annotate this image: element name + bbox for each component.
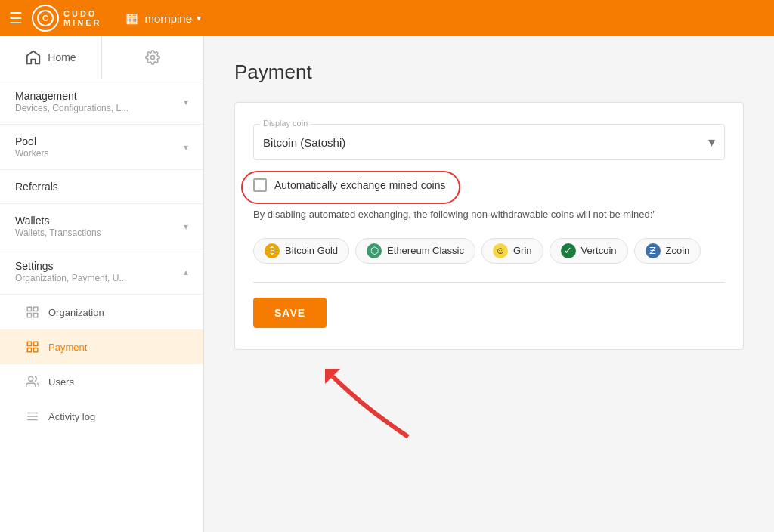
vtc-label: Vertcoin (581, 245, 617, 256)
svg-rect-5 (27, 314, 31, 317)
sidebar-item-organization[interactable]: Organization (0, 295, 203, 329)
btg-icon: ₿ (265, 243, 280, 258)
farm-name: mornpine (144, 12, 192, 25)
farm-selector[interactable]: ▦ mornpine ▾ (125, 10, 201, 26)
sidebar-nav: Management Devices, Configurations, L...… (0, 79, 203, 532)
svg-point-2 (151, 56, 155, 60)
wallets-sub: Wallets, Transactions (15, 227, 184, 238)
coins-row: ₿ Bitcoin Gold ⬡ Ethereum Classic ☺ Grin… (253, 238, 725, 264)
display-coin-group: Display coin Bitcoin (Satoshi) ▾ (253, 124, 725, 160)
wallets-label: Wallets (15, 215, 184, 227)
referrals-label: Referrals (15, 181, 188, 193)
pool-sub: Workers (15, 148, 184, 159)
users-icon (24, 373, 41, 390)
sidebar-item-payment[interactable]: Payment (0, 329, 203, 364)
content-area: Payment Display coin Bitcoin (Satoshi) ▾… (204, 36, 774, 532)
sidebar-home-label: Home (48, 51, 76, 63)
page-title: Payment (234, 60, 744, 84)
etc-label: Ethereum Classic (387, 245, 464, 256)
zcoin-icon: Ƶ (646, 243, 661, 258)
sidebar-top-icons: Home (0, 36, 203, 79)
auto-exchange-label: Automatically exchange mined coins (274, 179, 445, 191)
svg-point-11 (29, 376, 33, 381)
grin-label: Grin (513, 245, 532, 256)
coin-chip-btg[interactable]: ₿ Bitcoin Gold (253, 238, 349, 264)
grin-icon: ☺ (493, 243, 508, 258)
auto-exchange-row: Automatically exchange mined coins (253, 178, 725, 192)
svg-rect-10 (34, 348, 38, 352)
coin-chip-zcoin[interactable]: Ƶ Zcoin (634, 238, 701, 264)
pool-chevron-icon: ▾ (184, 142, 188, 153)
logo-text: CUDO MINER (63, 9, 101, 27)
users-label: Users (48, 376, 74, 388)
payment-icon (24, 339, 41, 355)
coin-chip-etc[interactable]: ⬡ Ethereum Classic (355, 238, 475, 264)
svg-rect-8 (34, 342, 38, 345)
sidebar: Home Management Devices, Configurations,… (0, 36, 204, 532)
sidebar-item-users[interactable]: Users (0, 364, 203, 399)
management-label: Management (15, 90, 184, 102)
coin-chip-grin[interactable]: ☺ Grin (481, 238, 543, 264)
management-sub: Devices, Configurations, L... (15, 103, 184, 113)
svg-text:C: C (42, 14, 48, 23)
sidebar-item-wallets[interactable]: Wallets Wallets, Transactions ▾ (0, 204, 203, 249)
farm-chevron-icon: ▾ (197, 13, 201, 23)
payment-label: Payment (48, 342, 87, 353)
wallets-chevron-icon: ▾ (184, 221, 188, 232)
activity-log-label: Activity log (48, 411, 95, 422)
logo-circle: C (32, 5, 59, 32)
svg-rect-4 (34, 307, 38, 311)
sidebar-settings-icon[interactable] (102, 36, 203, 79)
sidebar-item-settings[interactable]: Settings Organization, Payment, U... ▴ (0, 249, 203, 295)
sidebar-item-management[interactable]: Management Devices, Configurations, L...… (0, 79, 203, 125)
activity-log-icon (24, 408, 41, 425)
pool-label: Pool (15, 135, 184, 147)
building-icon: ▦ (125, 10, 138, 26)
info-text: By disabling automated exchanging, the f… (253, 207, 725, 223)
settings-sub: Organization, Payment, U... (15, 273, 184, 283)
svg-rect-7 (27, 342, 31, 345)
zcoin-label: Zcoin (666, 245, 690, 256)
vtc-icon: ✓ (561, 243, 576, 258)
etc-icon: ⬡ (367, 243, 382, 258)
svg-rect-9 (27, 348, 31, 352)
auto-exchange-checkbox[interactable] (253, 178, 267, 192)
arrow-annotation (325, 369, 423, 447)
btg-label: Bitcoin Gold (285, 245, 338, 256)
chevron-down-icon: ▾ (708, 134, 715, 150)
main-layout: Home Management Devices, Configurations,… (0, 36, 774, 532)
hamburger-icon[interactable]: ☰ (9, 9, 23, 27)
organization-label: Organization (48, 307, 104, 318)
sidebar-item-pool[interactable]: Pool Workers ▾ (0, 125, 203, 170)
sidebar-home-icon[interactable]: Home (0, 36, 102, 79)
settings-chevron-icon: ▴ (184, 267, 188, 277)
display-coin-label: Display coin (260, 119, 311, 128)
save-button[interactable]: SAVE (253, 298, 327, 328)
display-coin-value: Bitcoin (Satoshi) (263, 136, 345, 149)
sidebar-item-activity-log[interactable]: Activity log (0, 399, 203, 434)
svg-rect-3 (27, 307, 31, 311)
sidebar-item-referrals[interactable]: Referrals (0, 170, 203, 204)
coin-chip-vtc[interactable]: ✓ Vertcoin (550, 238, 628, 264)
organization-icon (24, 304, 41, 320)
topbar: ☰ C CUDO MINER ▦ mornpine ▾ (0, 0, 774, 36)
svg-rect-6 (34, 314, 38, 317)
settings-label: Settings (15, 260, 184, 272)
logo: C CUDO MINER (32, 5, 101, 32)
management-chevron-icon: ▾ (184, 97, 188, 107)
payment-card: Display coin Bitcoin (Satoshi) ▾ Automat… (234, 102, 744, 350)
display-coin-select[interactable]: Bitcoin (Satoshi) ▾ (263, 131, 715, 150)
